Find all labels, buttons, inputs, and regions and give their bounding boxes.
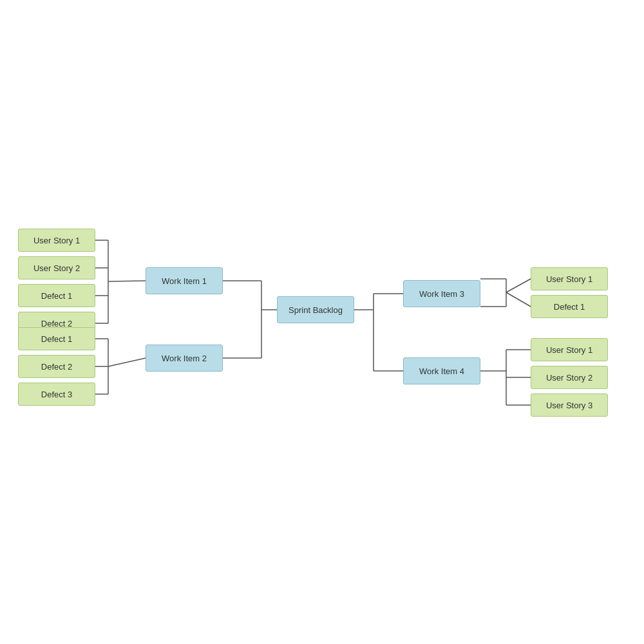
right-user-story-4: User Story 3: [531, 393, 608, 417]
right-user-story-2: User Story 1: [531, 338, 608, 361]
work-item-1-node: Work Item 1: [146, 267, 223, 294]
sprint-backlog-node: Sprint Backlog: [277, 296, 354, 323]
diagram: Sprint Backlog Work Item 1 Work Item 2 W…: [0, 0, 644, 644]
svg-line-10: [108, 358, 146, 366]
work-item-2-node: Work Item 2: [146, 345, 223, 372]
left-user-story-1: User Story 1: [18, 229, 95, 252]
right-user-story-1: User Story 1: [531, 267, 608, 290]
right-user-story-3: User Story 2: [531, 366, 608, 389]
left-defect-4: Defect 2: [18, 355, 95, 378]
svg-line-5: [108, 281, 146, 281]
left-user-story-2: User Story 2: [18, 256, 95, 279]
right-defect-1: Defect 1: [531, 295, 608, 318]
work-item-4-node: Work Item 4: [403, 357, 480, 384]
work-item-3-node: Work Item 3: [403, 280, 480, 307]
left-defect-5: Defect 3: [18, 383, 95, 406]
left-defect-1: Defect 1: [18, 284, 95, 307]
svg-line-23: [506, 292, 531, 307]
left-defect-3: Defect 1: [18, 327, 95, 350]
svg-line-22: [506, 279, 531, 292]
